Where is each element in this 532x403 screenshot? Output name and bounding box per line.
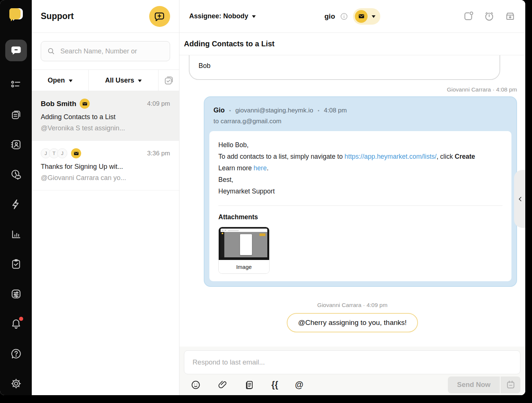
- envelope-icon: [73, 151, 79, 156]
- email-body-line: Learn more here.: [218, 162, 502, 174]
- users-filter-dropdown[interactable]: All Users: [89, 70, 159, 91]
- status-filter-dropdown[interactable]: Open: [32, 70, 89, 91]
- collapse-panel-handle[interactable]: [514, 170, 525, 228]
- conversation-subject: Thanks for Signing Up wit...: [41, 163, 170, 171]
- conversation-preview: @Veronika S test assignin...: [41, 124, 170, 132]
- conversation-time: 4:09 pm: [147, 100, 170, 108]
- contact-name: gio: [325, 12, 335, 21]
- status-filter-label: Open: [47, 77, 65, 84]
- body-bold-text: Create: [455, 153, 475, 160]
- avatar: J: [57, 148, 67, 158]
- sidebar-item-help[interactable]: [10, 347, 22, 360]
- multi-select-check-icon: [164, 75, 174, 86]
- attachment-thumbnail: [219, 227, 269, 260]
- conversation-item-bob-smith[interactable]: Bob Smith 4:09 pm Adding Contacts to a L…: [32, 91, 179, 141]
- heymarket-logo-icon: [6, 5, 26, 25]
- email-body-line: Heymarket Support: [218, 186, 502, 197]
- send-now-button[interactable]: Send Now: [448, 376, 500, 393]
- sidebar-item-notifications[interactable]: [10, 317, 22, 330]
- email-body-line: Best,: [218, 174, 502, 186]
- channel-selector[interactable]: [353, 8, 380, 25]
- calendar-icon: [506, 380, 516, 390]
- assignee-label: Assignee: Nobody: [189, 12, 248, 20]
- email-from-address: giovanni@staging.heymk.io: [236, 107, 313, 114]
- search-box[interactable]: [41, 41, 170, 61]
- body-text: , click: [437, 153, 455, 160]
- message-scroll-area[interactable]: Bob Giovanni Carrara · 4:08 pm Gio • gio…: [179, 55, 525, 347]
- search-area: [32, 33, 179, 69]
- paperclip-icon: [218, 380, 228, 390]
- send-button-group: Send Now: [448, 376, 520, 393]
- nav-sidebar: [0, 0, 32, 395]
- sidebar-item-scheduled-messages[interactable]: [10, 168, 22, 181]
- composer: {{ @ Send Now: [179, 347, 525, 395]
- chevron-left-icon: [517, 195, 524, 203]
- divider: [218, 205, 502, 206]
- mention-button[interactable]: @: [295, 381, 303, 389]
- emoji-button[interactable]: [191, 380, 201, 390]
- email-channel-badge: [355, 10, 368, 23]
- contact-header: gio: [325, 8, 381, 25]
- sidebar-item-contacts[interactable]: [10, 138, 22, 151]
- sidebar-item-tasks[interactable]: [10, 258, 22, 270]
- open-status-icon: [463, 11, 474, 22]
- archive-button[interactable]: [505, 11, 516, 22]
- email-time: 4:08 pm: [324, 107, 347, 114]
- chat-toolbar: Assignee: Nobody gio: [179, 0, 525, 33]
- bulk-select-button[interactable]: [159, 70, 179, 91]
- search-input[interactable]: [59, 47, 164, 56]
- assignee-dropdown[interactable]: Assignee: Nobody: [189, 12, 256, 20]
- caret-down-icon: [138, 80, 142, 82]
- sidebar-item-settings[interactable]: [10, 377, 22, 390]
- conversations-panel: Support Open All Users: [32, 0, 179, 395]
- email-header: Gio • giovanni@staging.heymk.io • 4:08 p…: [209, 102, 511, 131]
- template-document-icon: [245, 380, 255, 390]
- sidebar-item-reports[interactable]: [10, 228, 22, 241]
- sidebar-item-lists[interactable]: [10, 78, 22, 91]
- conversation-item-group[interactable]: J T J 3:36 pm Thanks for Signing Up wit.…: [32, 141, 179, 190]
- compose-input[interactable]: [192, 358, 513, 367]
- envelope-icon: [82, 101, 88, 107]
- conversation-preview: @Giovanni Carrara can yo...: [41, 174, 170, 182]
- caret-down-icon: [372, 15, 375, 18]
- info-icon[interactable]: [340, 12, 348, 21]
- incoming-message-bubble: Bob: [189, 55, 500, 80]
- sidebar-item-templates[interactable]: [10, 108, 22, 121]
- message-meta: Giovanni Carrara · 4:09 pm: [179, 302, 525, 309]
- envelope-icon: [358, 13, 365, 20]
- email-message-card: Gio • giovanni@staging.heymk.io • 4:08 p…: [204, 96, 517, 287]
- search-icon: [47, 47, 55, 56]
- conversation-status-button[interactable]: [463, 11, 474, 22]
- sidebar-item-workflow-settings[interactable]: [10, 288, 22, 300]
- conversation-time: 3:36 pm: [147, 150, 170, 157]
- learn-more-link[interactable]: here: [253, 164, 267, 172]
- schedule-send-button[interactable]: [501, 376, 520, 393]
- attachment-type-label: Image: [219, 260, 269, 273]
- snooze-button[interactable]: [484, 11, 495, 22]
- separator-dot: •: [318, 108, 320, 114]
- smiley-icon: [191, 380, 201, 390]
- email-to-address: carrara.g@gmail.com: [221, 118, 282, 125]
- conversation-list: Bob Smith 4:09 pm Adding Contacts to a L…: [32, 91, 179, 395]
- email-to-label: to: [213, 118, 219, 125]
- new-chat-button[interactable]: [149, 6, 170, 27]
- filter-bar: Open All Users: [32, 69, 179, 91]
- email-body-line: Hello Bob,: [218, 139, 502, 151]
- insert-template-button[interactable]: [245, 380, 255, 390]
- body-text: Learn more: [218, 164, 253, 172]
- attachments-heading: Attachments: [218, 213, 502, 221]
- internal-note-bubble: @Cherry assigning to you, thanks!: [287, 313, 418, 332]
- compose-input-box[interactable]: [184, 350, 520, 374]
- inbox-title: Support: [41, 11, 74, 21]
- message-meta: Giovanni Carrara · 4:08 pm: [179, 86, 517, 93]
- alarm-clock-icon: [484, 11, 495, 22]
- attach-file-button[interactable]: [218, 380, 228, 390]
- sidebar-item-chats[interactable]: [5, 40, 27, 61]
- app-window: Support Open All Users: [0, 0, 525, 395]
- email-channel-badge: [71, 148, 81, 158]
- lists-link[interactable]: https://app.heymarket.com/lists/: [345, 153, 437, 160]
- attachment-card[interactable]: Image: [218, 227, 270, 274]
- merge-field-button[interactable]: {{: [271, 381, 278, 389]
- avatar-group: J T J: [41, 148, 81, 158]
- sidebar-item-automations[interactable]: [10, 198, 22, 211]
